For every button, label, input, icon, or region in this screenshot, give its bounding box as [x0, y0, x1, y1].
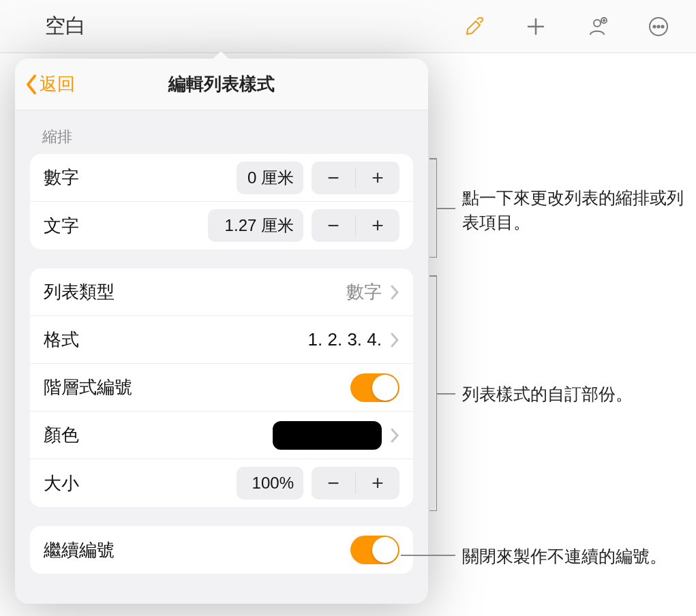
- format-row[interactable]: 格式 1. 2. 3. 4.: [30, 316, 413, 364]
- number-indent-stepper: − +: [312, 161, 399, 194]
- text-indent-stepper: − +: [312, 209, 399, 242]
- indent-section-label: 縮排: [42, 127, 413, 147]
- text-indent-decrement[interactable]: −: [312, 209, 355, 242]
- number-indent-decrement[interactable]: −: [312, 161, 355, 194]
- size-label: 大小: [44, 472, 79, 495]
- list-type-label: 列表類型: [44, 280, 115, 304]
- color-label: 顏色: [44, 423, 79, 447]
- popover-header: 返回 編輯列表樣式: [15, 59, 428, 110]
- format-value: 1. 2. 3. 4.: [308, 329, 382, 350]
- svg-point-8: [657, 25, 659, 27]
- color-row[interactable]: 顏色: [30, 412, 413, 459]
- format-label: 格式: [44, 328, 79, 352]
- size-stepper: − +: [312, 467, 399, 499]
- continue-group: 繼續編號: [30, 526, 413, 574]
- popover-title: 編輯列表樣式: [168, 72, 275, 96]
- continue-numbering-toggle[interactable]: [350, 536, 399, 564]
- svg-point-9: [661, 25, 663, 27]
- document-title: 空白: [45, 12, 86, 40]
- callout-line-continue: [401, 555, 455, 556]
- more-icon[interactable]: [628, 0, 689, 53]
- continue-numbering-row: 繼續編號: [30, 526, 413, 574]
- tiered-numbering-row: 階層式編號: [30, 364, 413, 412]
- size-row: 大小 100% − +: [30, 459, 413, 507]
- indent-group: 數字 0 厘米 − + 文字 1.27 厘米 −: [30, 154, 413, 249]
- collaborate-icon[interactable]: [566, 0, 628, 53]
- callout-continue: 關閉來製作不連續的編號。: [462, 544, 667, 568]
- back-button[interactable]: 返回: [25, 72, 75, 96]
- back-label: 返回: [40, 72, 75, 96]
- size-decrement[interactable]: −: [312, 467, 355, 499]
- number-indent-value[interactable]: 0 厘米: [237, 161, 303, 194]
- text-indent-row: 文字 1.27 厘米 − +: [30, 202, 413, 249]
- add-icon[interactable]: [505, 0, 566, 53]
- number-indent-increment[interactable]: +: [356, 161, 399, 194]
- list-type-row[interactable]: 列表類型 數字: [30, 268, 413, 316]
- color-swatch: [273, 421, 382, 450]
- svg-point-2: [594, 20, 601, 27]
- number-indent-row: 數字 0 厘米 − +: [30, 154, 413, 202]
- popover-body: 縮排 數字 0 厘米 − + 文字 1.27 厘米: [15, 110, 428, 604]
- edit-list-style-popover: 返回 編輯列表樣式 縮排 數字 0 厘米 − + 文字: [15, 59, 428, 604]
- toolbar: 空白: [0, 0, 696, 53]
- tiered-numbering-label: 階層式編號: [44, 375, 132, 399]
- continue-numbering-label: 繼續編號: [44, 538, 115, 562]
- chevron-right-icon: [390, 428, 399, 443]
- size-value[interactable]: 100%: [237, 467, 303, 499]
- format-brush-icon[interactable]: [444, 0, 505, 53]
- text-indent-increment[interactable]: +: [356, 209, 399, 242]
- callout-indent: 點一下來更改列表的縮排或列表項目。: [462, 185, 696, 235]
- text-indent-label: 文字: [44, 214, 79, 238]
- callout-line-custom: [436, 393, 455, 395]
- tiered-numbering-toggle[interactable]: [350, 373, 399, 402]
- list-type-value: 數字: [346, 280, 382, 304]
- callout-line-indent: [436, 208, 455, 209]
- style-group: 列表類型 數字 格式 1. 2. 3. 4. 階層式編號 顏: [30, 268, 413, 507]
- number-indent-label: 數字: [44, 166, 79, 189]
- chevron-right-icon: [390, 285, 399, 300]
- size-increment[interactable]: +: [356, 467, 399, 499]
- callout-custom: 列表樣式的自訂部份。: [462, 382, 633, 406]
- svg-point-7: [653, 25, 655, 27]
- chevron-right-icon: [390, 333, 399, 348]
- text-indent-value[interactable]: 1.27 厘米: [208, 209, 303, 242]
